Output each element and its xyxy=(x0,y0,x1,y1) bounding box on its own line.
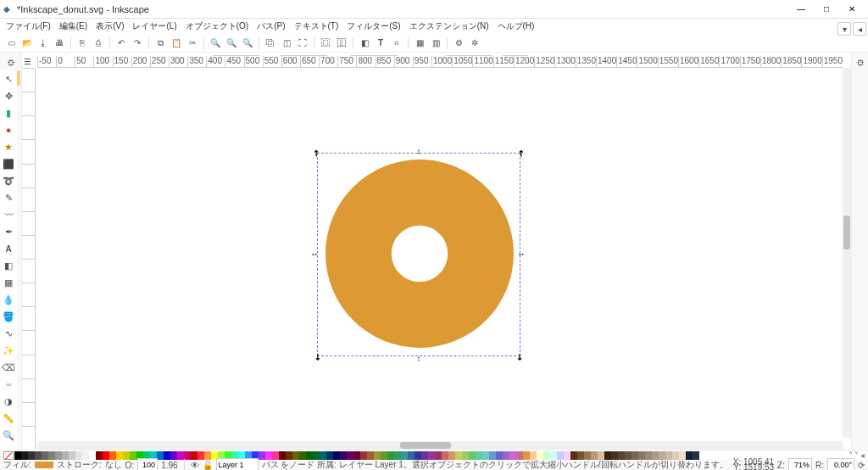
color-swatch[interactable] xyxy=(408,451,415,460)
canvas[interactable]: ↖ ↗ ↙ ↘ ↕ ↕ ↕ ↕ xyxy=(37,68,843,450)
color-swatch[interactable] xyxy=(638,451,645,460)
cut-icon[interactable]: ✂ xyxy=(185,36,200,51)
color-swatch[interactable] xyxy=(442,451,448,460)
unlink-icon[interactable]: ⛶ xyxy=(295,36,310,51)
lpe-tool-icon[interactable]: ◑ xyxy=(1,394,16,409)
color-swatch[interactable] xyxy=(42,451,48,460)
minimize-button[interactable]: — xyxy=(788,1,814,18)
duplicate-icon[interactable]: ⿻ xyxy=(263,36,278,51)
color-swatch[interactable] xyxy=(55,451,62,460)
paintbucket-tool-icon[interactable]: 🪣 xyxy=(1,309,16,324)
color-swatch[interactable] xyxy=(394,451,401,460)
scrollbar-thumb[interactable] xyxy=(843,215,850,249)
color-swatch[interactable] xyxy=(164,451,170,460)
color-swatch[interactable] xyxy=(292,451,299,460)
color-swatch[interactable] xyxy=(170,451,177,460)
handle-top[interactable]: ↕ xyxy=(415,147,423,155)
rotation-input[interactable] xyxy=(827,458,854,470)
color-swatch[interactable] xyxy=(326,451,333,460)
color-swatch[interactable] xyxy=(14,451,21,460)
new-icon[interactable]: ▭ xyxy=(3,36,19,51)
color-swatch[interactable] xyxy=(496,451,503,460)
handle-left[interactable]: ↕ xyxy=(311,250,320,259)
docprops-icon[interactable]: ✲ xyxy=(467,36,482,51)
color-swatch[interactable] xyxy=(259,451,265,460)
color-swatch[interactable] xyxy=(455,451,462,460)
color-swatch[interactable] xyxy=(313,451,320,460)
scrollbar-horizontal[interactable] xyxy=(37,441,843,450)
calligraphy-tool-icon[interactable]: ✒ xyxy=(1,224,16,239)
color-swatch[interactable] xyxy=(157,451,164,460)
dock-icon[interactable]: ▾ xyxy=(837,22,851,36)
color-swatch[interactable] xyxy=(191,451,198,460)
color-swatch[interactable] xyxy=(435,451,442,460)
color-swatch[interactable] xyxy=(272,451,279,460)
color-swatch[interactable] xyxy=(28,451,35,460)
color-swatch[interactable] xyxy=(564,451,570,460)
color-swatch[interactable] xyxy=(415,451,421,460)
zoom-page-icon[interactable]: 🔍 xyxy=(240,36,255,51)
color-swatch[interactable] xyxy=(82,451,89,460)
color-swatch[interactable] xyxy=(48,451,55,460)
connector-tool-icon[interactable]: ⎓ xyxy=(1,377,16,392)
canvas-rotate-icon[interactable]: ⟳ xyxy=(858,461,865,470)
color-swatch[interactable] xyxy=(320,451,326,460)
color-swatch[interactable] xyxy=(686,451,693,460)
snap-enable-icon[interactable]: ⯐ xyxy=(853,54,868,70)
color-swatch[interactable] xyxy=(367,451,374,460)
color-swatch[interactable] xyxy=(665,451,672,460)
distribute-icon[interactable]: ▥ xyxy=(428,36,443,51)
color-swatch[interactable] xyxy=(537,451,543,460)
eraser-tool-icon[interactable]: ⌫ xyxy=(1,360,16,375)
menu-text[interactable]: テキスト(T) xyxy=(290,19,343,34)
color-swatch[interactable] xyxy=(109,451,116,460)
color-swatch[interactable] xyxy=(333,451,340,460)
zoom-drawing-icon[interactable]: 🔍 xyxy=(224,36,239,51)
handle-top-left[interactable]: ↖ xyxy=(311,147,323,159)
menu-extensions[interactable]: エクステンション(N) xyxy=(405,19,493,34)
handle-bottom-left[interactable]: ↙ xyxy=(311,350,323,362)
handle-bottom[interactable]: ↕ xyxy=(415,354,423,362)
no-fill-swatch[interactable] xyxy=(3,451,14,460)
export-icon[interactable]: ⎙ xyxy=(91,36,106,51)
pencil-tool-icon[interactable]: ✎ xyxy=(1,190,16,205)
color-swatch[interactable] xyxy=(503,451,509,460)
ellipse-tool-icon[interactable]: ● xyxy=(1,122,16,137)
color-swatch[interactable] xyxy=(632,451,638,460)
measure-tool-icon[interactable]: 📏 xyxy=(1,411,16,426)
color-swatch[interactable] xyxy=(448,451,455,460)
zoom-tool-icon[interactable]: 🔍 xyxy=(1,428,16,443)
color-swatch[interactable] xyxy=(103,451,109,460)
menu-file[interactable]: ファイル(F) xyxy=(2,19,55,34)
ruler-vertical[interactable] xyxy=(22,68,36,450)
color-swatch[interactable] xyxy=(672,451,679,460)
3dbox-tool-icon[interactable]: ⬛ xyxy=(1,156,16,171)
menu-filters[interactable]: フィルター(S) xyxy=(342,19,404,34)
gradient-tool-icon[interactable]: ◧ xyxy=(1,258,16,273)
xml-icon[interactable]: ⌗ xyxy=(389,36,404,51)
color-swatch[interactable] xyxy=(570,451,577,460)
prefs-icon[interactable]: ⚙ xyxy=(451,36,466,51)
ungroup-icon[interactable]: ⿲ xyxy=(334,36,349,51)
tweak-tool-icon[interactable]: ∿ xyxy=(1,326,16,341)
color-swatch[interactable] xyxy=(476,451,482,460)
color-swatch[interactable] xyxy=(75,451,82,460)
color-swatch[interactable] xyxy=(279,451,286,460)
menu-object[interactable]: オブジェクト(O) xyxy=(181,19,253,34)
color-swatch[interactable] xyxy=(645,451,652,460)
color-swatch[interactable] xyxy=(543,451,550,460)
color-swatch[interactable] xyxy=(130,451,136,460)
color-swatch[interactable] xyxy=(591,451,598,460)
undo-icon[interactable]: ↶ xyxy=(114,36,129,51)
color-swatch[interactable] xyxy=(482,451,489,460)
color-swatch[interactable] xyxy=(347,451,353,460)
group-icon[interactable]: ⿴ xyxy=(318,36,333,51)
color-swatch[interactable] xyxy=(550,451,557,460)
handle-bottom-right[interactable]: ↘ xyxy=(515,350,526,362)
open-icon[interactable]: 📂 xyxy=(19,36,35,51)
palette-menu-icon[interactable]: ◂ xyxy=(860,450,865,460)
close-button[interactable]: ✕ xyxy=(839,1,865,18)
color-swatch[interactable] xyxy=(387,451,394,460)
rect-tool-icon[interactable]: ▮ xyxy=(1,105,16,120)
opacity-input[interactable] xyxy=(137,458,158,470)
